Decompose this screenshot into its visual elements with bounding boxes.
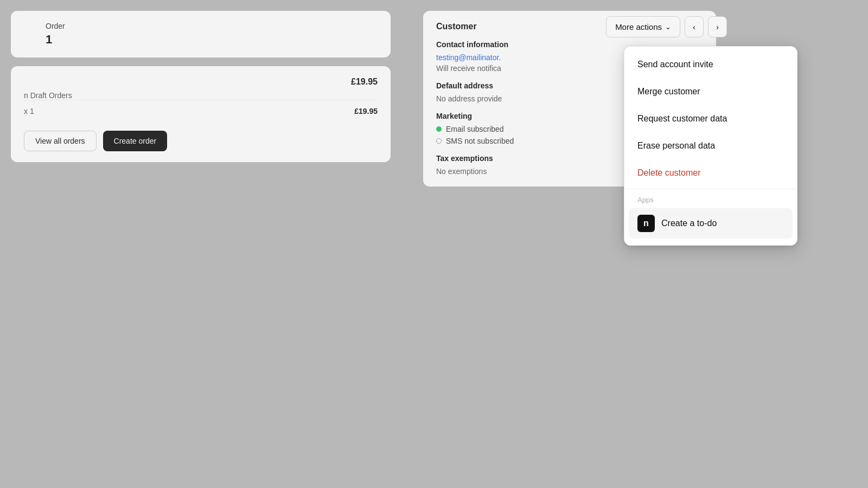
delete-customer-item[interactable]: Delete customer [624, 159, 797, 187]
stats-card: Order 1 [11, 11, 391, 57]
dropdown-divider [624, 189, 797, 189]
col2-label: Order [46, 22, 65, 30]
app-icon: n [637, 215, 655, 232]
draft-label: n Draft Orders [24, 91, 378, 100]
col2: Order 1 [46, 22, 65, 47]
card-actions: View all orders Create order [24, 131, 378, 151]
email-subscribed-icon [436, 126, 442, 132]
more-actions-button[interactable]: More actions ⌄ [606, 16, 680, 37]
line-qty: x 1 [24, 107, 34, 115]
apps-section-label: Apps [624, 191, 797, 206]
email-subscribed-label: Email subscribed [446, 125, 504, 133]
erase-personal-data-item[interactable]: Erase personal data [624, 132, 797, 159]
more-actions-label: More actions [615, 22, 662, 31]
toolbar: More actions ⌄ ‹ › [606, 16, 727, 37]
create-todo-item[interactable]: n Create a to-do [629, 208, 793, 239]
chevron-down-icon: ⌄ [665, 23, 671, 31]
send-account-invite-label: Send account invite [637, 60, 713, 69]
delete-customer-label: Delete customer [637, 168, 701, 178]
nav-prev-icon: ‹ [693, 22, 695, 31]
order-line: x 1 £19.95 [24, 100, 378, 122]
col2-value: 1 [46, 33, 65, 47]
sms-not-subscribed-label: SMS not subscribed [446, 137, 514, 145]
create-order-button[interactable]: Create order [103, 131, 168, 151]
sms-not-subscribed-icon [436, 138, 442, 144]
merge-customer-item[interactable]: Merge customer [624, 78, 797, 105]
create-todo-label: Create a to-do [661, 219, 717, 228]
send-account-invite-item[interactable]: Send account invite [624, 51, 797, 78]
view-all-orders-button[interactable]: View all orders [24, 131, 97, 151]
nav-next-icon: › [716, 22, 719, 31]
nav-next-button[interactable]: › [708, 16, 727, 37]
erase-personal-data-label: Erase personal data [637, 141, 715, 151]
line-price: £19.95 [354, 107, 378, 115]
nav-prev-button[interactable]: ‹ [685, 16, 704, 37]
app-icon-letter: n [643, 219, 649, 228]
request-customer-data-item[interactable]: Request customer data [624, 105, 797, 132]
order-amount: £19.95 [24, 77, 378, 87]
order-card: £19.95 n Draft Orders x 1 £19.95 View al… [11, 66, 391, 162]
merge-customer-label: Merge customer [637, 87, 700, 97]
left-panel: Order 1 £19.95 n Draft Orders x 1 £19.95… [0, 0, 401, 488]
more-actions-dropdown: Send account invite Merge customer Reque… [624, 46, 797, 246]
request-customer-data-label: Request customer data [637, 114, 727, 124]
